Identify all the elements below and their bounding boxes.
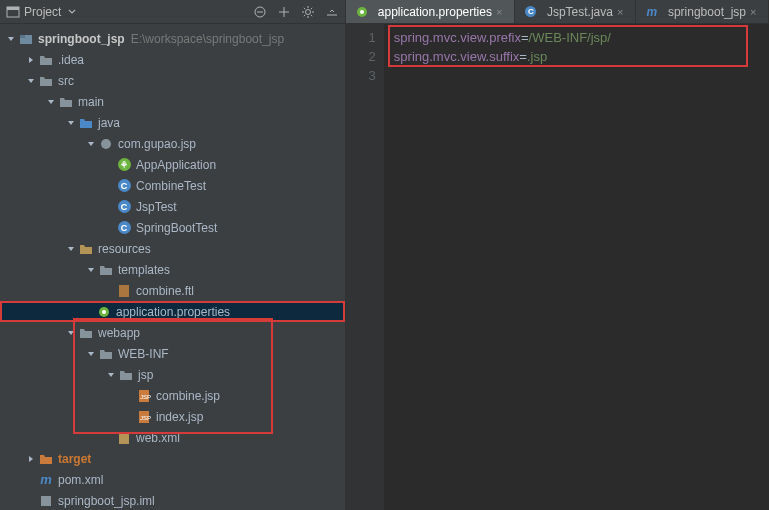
class-icon: C bbox=[523, 4, 539, 20]
spring-class-icon: ⚘ bbox=[116, 157, 132, 173]
folder-icon bbox=[98, 262, 114, 278]
folder-icon bbox=[98, 346, 114, 362]
arrow-down-icon[interactable] bbox=[66, 328, 76, 338]
folder-icon bbox=[58, 94, 74, 110]
arrow-down-icon[interactable] bbox=[86, 139, 96, 149]
chevron-down-icon[interactable] bbox=[65, 5, 79, 19]
tree-row-index-jsp[interactable]: JSP index.jsp bbox=[0, 406, 345, 427]
tree-label: jsp bbox=[138, 368, 153, 382]
tree-row-ftl[interactable]: combine.ftl bbox=[0, 280, 345, 301]
tree-label: springboot_jsp.iml bbox=[58, 494, 155, 508]
close-icon[interactable]: × bbox=[750, 6, 760, 18]
tree-row-root[interactable]: springboot_jsp E:\workspace\springboot_j… bbox=[0, 28, 345, 49]
tab-app-properties[interactable]: application.properties × bbox=[346, 0, 515, 23]
tree-row-target[interactable]: target bbox=[0, 448, 345, 469]
props-file-icon bbox=[354, 4, 370, 20]
source-folder-icon bbox=[78, 115, 94, 131]
tree-label: target bbox=[58, 452, 91, 466]
arrow-down-icon[interactable] bbox=[86, 349, 96, 359]
ftl-file-icon bbox=[116, 283, 132, 299]
svg-text:JSP: JSP bbox=[140, 394, 151, 400]
maven-file-icon: m bbox=[38, 472, 54, 488]
folder-icon bbox=[38, 73, 54, 89]
arrow-right-icon[interactable] bbox=[26, 454, 36, 464]
tree-row-class[interactable]: ⚘ AppApplication bbox=[0, 154, 345, 175]
jsp-file-icon: JSP bbox=[136, 388, 152, 404]
arrow-down-icon[interactable] bbox=[86, 265, 96, 275]
svg-point-3 bbox=[305, 9, 310, 14]
tree-label: resources bbox=[98, 242, 151, 256]
svg-rect-15 bbox=[41, 496, 51, 506]
svg-rect-7 bbox=[119, 285, 129, 297]
tree-label: java bbox=[98, 116, 120, 130]
arrow-down-icon[interactable] bbox=[66, 244, 76, 254]
tree-label: .idea bbox=[58, 53, 84, 67]
tree-label: com.gupao.jsp bbox=[118, 137, 196, 151]
divide-icon[interactable] bbox=[277, 5, 291, 19]
svg-text:JSP: JSP bbox=[140, 415, 151, 421]
tree-row-java[interactable]: java bbox=[0, 112, 345, 133]
jsp-file-icon: JSP bbox=[136, 409, 152, 425]
folder-icon bbox=[78, 325, 94, 341]
svg-rect-1 bbox=[7, 7, 19, 10]
code-content[interactable]: spring.mvc.view.prefix=/WEB-INF/jsp/ spr… bbox=[384, 24, 769, 510]
tree-label: main bbox=[78, 95, 104, 109]
hide-icon[interactable] bbox=[325, 5, 339, 19]
close-icon[interactable]: × bbox=[617, 6, 627, 18]
tree-label: SpringBootTest bbox=[136, 221, 217, 235]
tab-label: springboot_jsp bbox=[668, 5, 746, 19]
collapse-icon[interactable] bbox=[253, 5, 267, 19]
code-area[interactable]: 1 2 3 spring.mvc.view.prefix=/WEB-INF/js… bbox=[346, 24, 769, 510]
tree-row-package[interactable]: com.gupao.jsp bbox=[0, 133, 345, 154]
tree-row-class[interactable]: C SpringBootTest bbox=[0, 217, 345, 238]
project-tree[interactable]: springboot_jsp E:\workspace\springboot_j… bbox=[0, 24, 345, 510]
tab-jsptest[interactable]: C JspTest.java × bbox=[515, 0, 636, 23]
resources-folder-icon bbox=[78, 241, 94, 257]
arrow-down-icon[interactable] bbox=[26, 76, 36, 86]
svg-rect-5 bbox=[20, 35, 25, 38]
tree-row-pom[interactable]: m pom.xml bbox=[0, 469, 345, 490]
tree-row-combine-jsp[interactable]: JSP combine.jsp bbox=[0, 385, 345, 406]
tree-label: application.properties bbox=[116, 305, 230, 319]
tree-label: templates bbox=[118, 263, 170, 277]
tree-label: combine.ftl bbox=[136, 284, 194, 298]
tree-row-src[interactable]: src bbox=[0, 70, 345, 91]
tree-row-webinf[interactable]: WEB-INF bbox=[0, 343, 345, 364]
svg-point-9 bbox=[102, 310, 106, 314]
arrow-right-icon[interactable] bbox=[26, 55, 36, 65]
arrow-down-icon[interactable] bbox=[106, 370, 116, 380]
tree-label: webapp bbox=[98, 326, 140, 340]
code-line: spring.mvc.view.suffix=.jsp bbox=[394, 47, 759, 66]
tree-label: WEB-INF bbox=[118, 347, 169, 361]
tree-row-webxml[interactable]: web.xml bbox=[0, 427, 345, 448]
class-icon: C bbox=[116, 178, 132, 194]
arrow-down-icon[interactable] bbox=[46, 97, 56, 107]
tab-pom[interactable]: m springboot_jsp × bbox=[636, 0, 769, 23]
tree-row-app-properties[interactable]: application.properties bbox=[0, 301, 345, 322]
tree-row-class[interactable]: C CombineTest bbox=[0, 175, 345, 196]
tree-label: pom.xml bbox=[58, 473, 103, 487]
tree-row-main[interactable]: main bbox=[0, 91, 345, 112]
project-sidebar: Project bbox=[0, 0, 346, 510]
tree-row-jsp-dir[interactable]: jsp bbox=[0, 364, 345, 385]
tree-label: springboot_jsp bbox=[38, 32, 125, 46]
tree-row-templates[interactable]: templates bbox=[0, 259, 345, 280]
gear-icon[interactable] bbox=[301, 5, 315, 19]
tree-row-class[interactable]: C JspTest bbox=[0, 196, 345, 217]
excluded-folder-icon bbox=[38, 451, 54, 467]
project-label: Project bbox=[24, 5, 61, 19]
arrow-down-icon[interactable] bbox=[66, 118, 76, 128]
tree-row-resources[interactable]: resources bbox=[0, 238, 345, 259]
arrow-down-icon[interactable] bbox=[6, 34, 16, 44]
tree-row-idea[interactable]: .idea bbox=[0, 49, 345, 70]
folder-icon bbox=[118, 367, 134, 383]
svg-rect-14 bbox=[119, 432, 129, 444]
line-gutter: 1 2 3 bbox=[346, 24, 384, 510]
tree-label: CombineTest bbox=[136, 179, 206, 193]
tree-row-iml[interactable]: springboot_jsp.iml bbox=[0, 490, 345, 510]
tree-row-webapp[interactable]: webapp bbox=[0, 322, 345, 343]
tree-label: JspTest bbox=[136, 200, 177, 214]
code-line: spring.mvc.view.prefix=/WEB-INF/jsp/ bbox=[394, 28, 759, 47]
close-icon[interactable]: × bbox=[496, 6, 506, 18]
editor-pane: application.properties × C JspTest.java … bbox=[346, 0, 769, 510]
